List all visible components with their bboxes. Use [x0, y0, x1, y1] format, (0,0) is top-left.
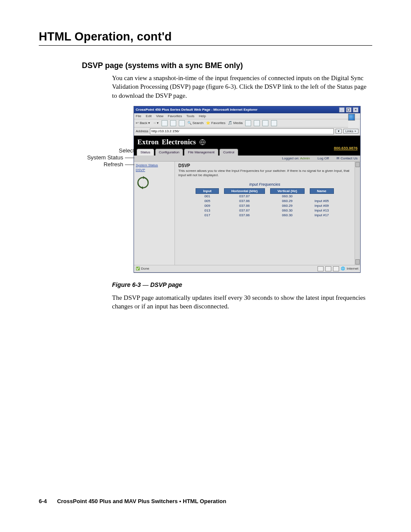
address-label: Address: [136, 129, 148, 133]
cell-h: 037.86: [224, 213, 265, 218]
status-done: ✅ Done: [136, 267, 149, 271]
contact-us-link[interactable]: ✉ Contact Us: [336, 156, 358, 160]
ie-titlebar: CrossPoint 450 Plus Series Default Web P…: [134, 106, 360, 113]
dsvp-heading: DSVP: [178, 163, 351, 168]
cell-h: 037.86: [224, 199, 265, 203]
col-name: Name: [310, 188, 334, 194]
ie-address-bar: Address ▾ Links »: [134, 128, 360, 136]
edit-icon[interactable]: [271, 120, 277, 126]
callout-refresh: Refresh: [83, 161, 134, 168]
footer-text: CrossPoint 450 Plus and MAV Plus Switche…: [57, 498, 226, 504]
col-horizontal: Horizontal (kHz): [224, 188, 265, 194]
cell-name: Input #17: [310, 213, 334, 218]
refresh-icon[interactable]: [170, 120, 176, 126]
cell-name: Input #05: [310, 199, 334, 203]
cell-input: 001: [196, 194, 219, 199]
cell-name: [310, 194, 334, 199]
figure-callouts: Select System Status Refresh: [83, 147, 134, 168]
cell-v: 060.30: [270, 213, 305, 218]
ie-status-bar: ✅ Done 🌐 Internet: [134, 265, 360, 272]
ie-logo-icon: [348, 114, 355, 121]
col-vertical: Vertical (Hz): [270, 188, 305, 194]
callout-system-status: System Status: [83, 154, 134, 161]
table-row: 017037.86060.30Input #17: [196, 213, 333, 218]
tab-file-management[interactable]: File Management: [184, 149, 218, 156]
maximize-icon[interactable]: ▢: [346, 107, 352, 112]
menu-help[interactable]: Help: [199, 114, 206, 118]
page-title: HTML Operation, cont'd: [39, 30, 372, 44]
table-row: 009037.86060.29Input #09: [196, 203, 333, 208]
col-input: Input: [196, 188, 219, 194]
footer: 6-4 CrossPoint 450 Plus and MAV Plus Swi…: [39, 498, 372, 504]
tab-configuration[interactable]: Configuration: [155, 149, 184, 156]
ie-toolbar: ↩ Back ▾ → ▾ 🔍 Search ⭐ Favorites 🎵 Medi…: [134, 119, 348, 128]
table-title: Input Frequencies: [178, 182, 351, 187]
table-row: 005037.86060.29Input #05: [196, 199, 333, 203]
search-button[interactable]: 🔍 Search: [187, 121, 204, 125]
menu-edit[interactable]: Edit: [146, 114, 152, 118]
cell-h: 037.87: [224, 208, 265, 213]
cell-v: 060.30: [270, 208, 305, 213]
table-header-row: Input Horizontal (kHz) Vertical (Hz) Nam…: [196, 188, 333, 194]
close-icon[interactable]: ×: [353, 107, 358, 112]
back-button[interactable]: ↩ Back ▾: [136, 121, 150, 125]
scrollbar[interactable]: [355, 162, 360, 265]
ie-menubar: File Edit View Favorites Tools Help: [134, 113, 360, 119]
favorites-button[interactable]: ⭐ Favorites: [206, 121, 225, 125]
phone-link[interactable]: 800.633.9876: [334, 146, 358, 150]
page-number: 6-4: [39, 498, 47, 504]
tab-status[interactable]: Status: [137, 149, 154, 156]
section-heading: DSVP page (systems with a sync BME only): [82, 61, 372, 70]
brand-bar: Extron. Electronics: [134, 136, 360, 148]
internet-zone-icon: 🌐: [341, 267, 345, 271]
go-dropdown[interactable]: ▾: [336, 129, 342, 134]
sidebar-item-dsvp[interactable]: DSVP: [136, 168, 173, 172]
main-panel: DSVP This screen allows you to view the …: [175, 162, 355, 265]
print-icon[interactable]: [262, 120, 268, 126]
sidebar: System Status DSVP: [134, 162, 175, 265]
cell-input: 009: [196, 203, 219, 208]
cell-v: 060.29: [270, 203, 305, 208]
cell-name: Input #09: [310, 203, 334, 208]
tab-control[interactable]: Control: [219, 149, 238, 156]
home-icon[interactable]: [179, 120, 185, 126]
dsvp-description: This screen allows you to view the Input…: [178, 169, 351, 178]
sidebar-item-system-status[interactable]: System Status: [136, 163, 173, 167]
stop-icon[interactable]: [162, 120, 168, 126]
browser-window: CrossPoint 450 Plus Series Default Web P…: [134, 106, 361, 273]
cell-h: 037.87: [224, 194, 265, 199]
status-zone: 🌐 Internet: [318, 266, 358, 271]
globe-icon: [199, 139, 206, 145]
cell-v: 060.30: [270, 194, 305, 199]
cell-input: 017: [196, 213, 219, 218]
cell-input: 013: [196, 208, 219, 213]
svg-marker-2: [141, 186, 143, 189]
media-button[interactable]: 🎵 Media: [228, 121, 243, 125]
intro-paragraph: You can view a snapshot-in-time of the i…: [112, 74, 371, 100]
ie-title-text: CrossPoint 450 Plus Series Default Web P…: [136, 108, 258, 112]
refresh-arrows-icon[interactable]: [136, 175, 150, 190]
sub-status-bar: Logged on: Admin Log Off ✉ Contact Us: [134, 156, 360, 162]
input-frequencies-table: Input Horizontal (kHz) Vertical (Hz) Nam…: [190, 188, 339, 218]
cell-input: 005: [196, 199, 219, 203]
menu-tools[interactable]: Tools: [187, 114, 195, 118]
log-off-link[interactable]: Log Off: [318, 156, 329, 160]
menu-file[interactable]: File: [136, 114, 141, 118]
after-figure-paragraph: The DSVP page automatically updates itse…: [112, 293, 371, 311]
links-button[interactable]: Links »: [343, 129, 358, 134]
forward-button[interactable]: → ▾: [153, 121, 159, 125]
logged-on-label: Logged on: Admin: [282, 156, 310, 160]
cell-name: Input #13: [310, 208, 334, 213]
webpage-body: Extron. Electronics 800.633.9876 Status …: [134, 136, 360, 265]
title-rule: [39, 45, 372, 46]
history-icon[interactable]: [245, 120, 251, 126]
figure-caption: Figure 6-3 — DSVP page: [112, 281, 372, 288]
minimize-icon[interactable]: _: [339, 107, 345, 112]
cell-v: 060.29: [270, 199, 305, 203]
menu-view[interactable]: View: [156, 114, 163, 118]
callout-select: Select: [83, 147, 134, 154]
table-row: 013037.87060.30Input #13: [196, 208, 333, 213]
menu-favorites[interactable]: Favorites: [168, 114, 182, 118]
mail-icon[interactable]: [254, 120, 260, 126]
address-input[interactable]: [150, 128, 333, 134]
